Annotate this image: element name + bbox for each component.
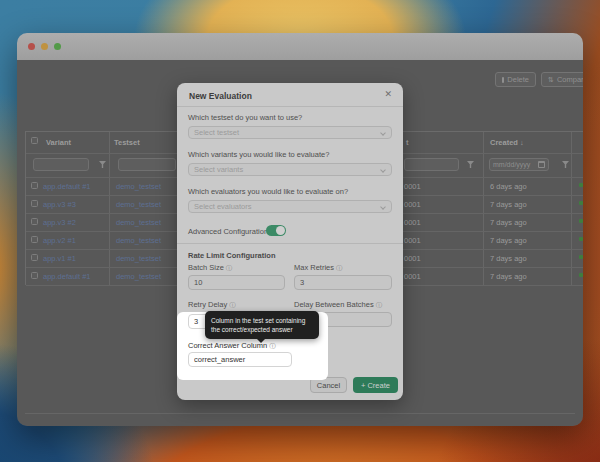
rate-limit-section-title: Rate Limit Configuration [188,251,276,260]
retry-delay-label: Retry Delay [188,300,236,310]
variants-select[interactable]: Select variants [188,163,392,176]
tooltip-line1: Column in the test set containing [211,316,313,325]
testset-select[interactable]: Select testset [188,126,392,139]
column-header-variant[interactable]: Variant [46,138,71,147]
testset-link[interactable]: demo_testset [116,218,161,227]
chevron-down-icon [380,204,386,210]
status-dot [579,273,583,277]
create-button[interactable]: + Create [353,377,398,393]
cell-fragment: 0001 [404,236,421,245]
testset-link[interactable]: demo_testset [116,236,161,245]
delay-between-batches-label: Delay Between Batches [294,300,382,310]
testset-filter-input[interactable] [118,158,176,171]
created-date-filter[interactable]: mm/dd/yyyy [489,158,549,171]
calendar-icon[interactable] [538,161,545,168]
create-button-label: Create [367,381,390,390]
info-icon[interactable] [376,301,383,308]
status-dot [579,183,583,187]
max-retries-input[interactable] [294,275,392,290]
tooltip-arrow [257,339,265,343]
minimize-window-button[interactable] [41,43,48,50]
variant-link[interactable]: app.v3 #3 [43,200,76,209]
variants-select-placeholder: Select variants [194,165,243,174]
batch-size-input[interactable] [188,275,285,290]
delete-button-label: Delete [507,75,529,84]
divider [177,243,403,244]
delay-between-batches-label-text: Delay Between Batches [294,300,374,309]
close-window-button[interactable] [28,43,35,50]
sort-descending-icon: ↓ [520,138,524,147]
delete-button[interactable]: Delete [495,72,536,87]
variant-filter-input[interactable] [33,158,89,171]
variant-link[interactable]: app.v1 #1 [43,254,76,263]
created-cell: 7 days ago [490,254,527,263]
page-content: Delete ⇅ Compare Variant Testset t Creat… [17,60,583,426]
filter-icon[interactable] [562,161,569,168]
info-icon[interactable] [269,342,276,349]
chevron-down-icon [380,167,386,173]
row-checkbox[interactable] [31,182,38,189]
evaluators-question-label: Which evaluators you would like to evalu… [188,187,348,196]
hidden-filter-input[interactable] [404,158,459,171]
retry-delay-label-text: Retry Delay [188,300,227,309]
created-header-label: Created [490,138,518,147]
evaluators-select-placeholder: Select evaluators [194,202,252,211]
table-footer-divider [25,413,575,414]
created-cell: 7 days ago [490,272,527,281]
info-icon[interactable] [336,264,343,271]
testset-link[interactable]: demo_testset [116,182,161,191]
tour-tooltip: Column in the test set containing the co… [205,311,319,339]
advanced-configuration-label: Advanced Configuration [188,227,268,236]
cell-fragment: 0001 [404,272,421,281]
created-cell: 7 days ago [490,200,527,209]
cancel-button-label: Cancel [317,381,340,390]
created-cell: 6 days ago [490,182,527,191]
compare-button[interactable]: ⇅ Compare [541,72,583,87]
swap-icon: ⇅ [548,76,554,84]
correct-answer-column-input[interactable] [188,352,292,367]
row-checkbox[interactable] [31,200,38,207]
testset-link[interactable]: demo_testset [116,200,161,209]
info-icon[interactable] [226,264,233,271]
app-window: Delete ⇅ Compare Variant Testset t Creat… [17,33,583,426]
close-icon[interactable]: ✕ [384,89,392,99]
column-header-created[interactable]: Created ↓ [490,138,524,147]
variants-question-label: Which variants you would like to evaluat… [188,150,329,159]
row-checkbox[interactable] [31,236,38,243]
batch-size-label: Batch Size [188,263,232,273]
row-checkbox[interactable] [31,218,38,225]
testset-question-label: Which testset do you want to use? [188,113,302,122]
variant-link[interactable]: app.v2 #1 [43,236,76,245]
evaluators-select[interactable]: Select evaluators [188,200,392,213]
column-header-fragment[interactable]: t [406,138,409,147]
max-retries-label-text: Max Retries [294,263,334,272]
variant-link[interactable]: app.v3 #2 [43,218,76,227]
column-header-testset[interactable]: Testset [114,138,140,147]
trash-icon [502,77,504,83]
created-cell: 7 days ago [490,236,527,245]
advanced-configuration-toggle[interactable] [266,225,286,236]
filter-icon[interactable] [99,161,106,168]
cell-fragment: 0001 [404,200,421,209]
divider [177,106,403,107]
select-all-checkbox[interactable] [31,137,38,144]
created-cell: 7 days ago [490,218,527,227]
filter-icon[interactable] [467,161,474,168]
testset-link[interactable]: demo_testset [116,254,161,263]
modal-title: New Evaluation [189,91,252,101]
tooltip-line2: the correct/expected answer [211,325,313,334]
testset-select-placeholder: Select testset [194,128,239,137]
status-dot [579,201,583,205]
info-icon[interactable] [229,301,236,308]
row-checkbox[interactable] [31,254,38,261]
desktop: Delete ⇅ Compare Variant Testset t Creat… [0,0,600,462]
zoom-window-button[interactable] [54,43,61,50]
testset-link[interactable]: demo_testset [116,272,161,281]
window-titlebar[interactable] [17,33,583,60]
variant-link[interactable]: app.default #1 [43,272,91,281]
row-checkbox[interactable] [31,272,38,279]
status-dot [579,219,583,223]
variant-link[interactable]: app.default #1 [43,182,91,191]
status-dot [579,237,583,241]
batch-size-label-text: Batch Size [188,263,224,272]
